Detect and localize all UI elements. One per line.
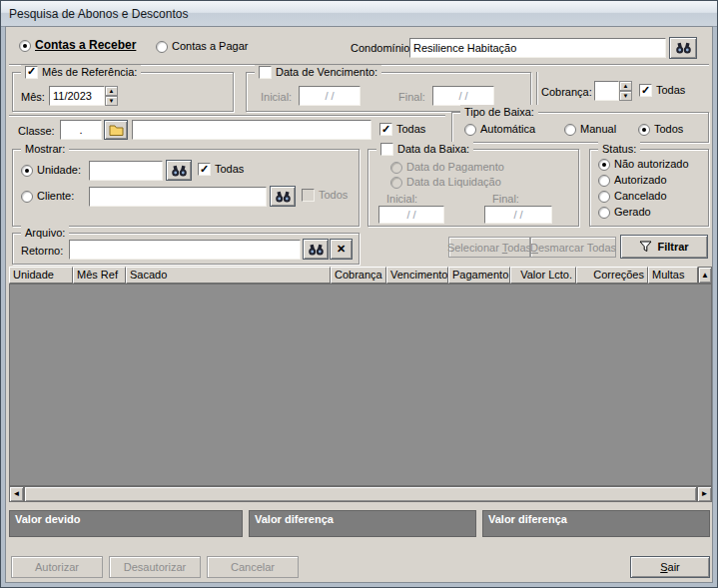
- unidade-input[interactable]: [89, 161, 163, 181]
- radio-indicator: [638, 124, 650, 136]
- cliente-todos-checkbox: Todos: [302, 189, 348, 202]
- retorno-input[interactable]: [69, 240, 301, 260]
- radio-indicator: [21, 191, 33, 203]
- condominio-search-button[interactable]: [669, 37, 697, 59]
- retorno-clear-button[interactable]: ✕: [330, 239, 353, 260]
- valor-devido-panel: Valor devido: [9, 510, 243, 537]
- mes-referencia-group: ✓ Mês de Referência: Mês: ▲ ▼: [12, 72, 234, 112]
- binoculars-icon: [171, 165, 188, 177]
- contas-a-pagar-label: Contas a Pagar: [172, 40, 248, 53]
- horizontal-scrollbar[interactable]: ◄ ►: [9, 486, 712, 502]
- column-header-cobranca[interactable]: Cobrança: [331, 267, 386, 284]
- arquivo-title: Arquivo:: [25, 227, 65, 240]
- data-liquidacao-label: Data da Liquidação: [406, 176, 501, 189]
- scroll-left-button[interactable]: ◄: [9, 486, 24, 502]
- valor-diferenca-panel-1: Valor diferença: [249, 510, 476, 537]
- classe-label: Classe:: [18, 125, 55, 138]
- column-header-valor-lcto[interactable]: Valor Lcto.: [510, 267, 576, 284]
- baixa-final-input[interactable]: [484, 206, 552, 224]
- column-header-unidade[interactable]: Unidade: [9, 267, 73, 284]
- cancelar-label: Cancelar: [231, 561, 275, 573]
- unidade-radio[interactable]: Unidade:: [21, 164, 81, 177]
- cancelar-button: Cancelar: [207, 556, 299, 578]
- data-pagamento-label: Data do Pagamento: [406, 161, 504, 174]
- spin-down-icon[interactable]: ▼: [619, 91, 632, 101]
- condominio-label: Condomínio:: [351, 42, 412, 55]
- cliente-search-button[interactable]: [270, 186, 296, 207]
- classe-code-input[interactable]: [60, 120, 102, 140]
- column-header-mes-ref[interactable]: Mês Ref: [73, 267, 126, 284]
- arrow-up-icon: ▲: [701, 272, 709, 280]
- status-cancelado-radio[interactable]: Cancelado: [598, 190, 667, 203]
- contas-a-receber-radio[interactable]: Contas a Receber: [19, 39, 136, 52]
- arrow-left-icon: ◄: [13, 490, 21, 498]
- data-liquidacao-radio: Data da Liquidação: [390, 176, 501, 189]
- automatica-label: Automática: [480, 123, 535, 136]
- autorizar-label: Autorizar: [35, 561, 79, 573]
- condominio-input[interactable]: [409, 38, 666, 58]
- contas-a-pagar-radio[interactable]: Contas a Pagar: [156, 40, 248, 53]
- cliente-input[interactable]: [89, 187, 267, 207]
- dialog-client-area: Contas a Receber Contas a Pagar Condomín…: [5, 26, 713, 583]
- spin-up-icon[interactable]: ▲: [619, 81, 632, 91]
- scroll-right-button[interactable]: ►: [697, 486, 712, 502]
- tipo-baixa-todos-radio[interactable]: Todos: [638, 123, 683, 136]
- tipo-baixa-automatica-radio[interactable]: Automática: [464, 123, 535, 136]
- spin-up-icon[interactable]: ▲: [105, 86, 118, 96]
- data-baixa-checkbox[interactable]: [380, 143, 393, 156]
- binoculars-icon: [275, 191, 292, 203]
- mes-referencia-checkbox[interactable]: ✓: [25, 66, 38, 79]
- classe-todas-checkbox[interactable]: ✓ Todas: [379, 123, 425, 136]
- dialog-window: Pesquisa de Abonos e Descontos Contas a …: [0, 0, 718, 588]
- checkbox-indicator: ✓: [379, 123, 392, 136]
- filtrar-label: Filtrar: [657, 241, 688, 253]
- cobranca-todas-checkbox[interactable]: ✓ Todas: [639, 84, 685, 97]
- scrollbar-thumb[interactable]: [24, 486, 697, 502]
- data-vencimento-checkbox[interactable]: [259, 66, 272, 79]
- column-header-vencimento[interactable]: Vencimento: [386, 267, 448, 284]
- binoculars-icon: [308, 244, 325, 256]
- status-nao-autorizado-radio[interactable]: Não autorizado: [598, 158, 689, 171]
- clear-icon: ✕: [337, 243, 346, 256]
- spin-down-icon[interactable]: ▼: [105, 96, 118, 106]
- radio-indicator: [464, 124, 476, 136]
- check-icon: ✓: [641, 85, 650, 96]
- mes-spinner[interactable]: ▲ ▼: [105, 86, 118, 106]
- column-header-correcoes[interactable]: Correções: [576, 267, 648, 284]
- unidade-search-button[interactable]: [166, 160, 192, 181]
- column-header-pagamento[interactable]: Pagamento: [448, 267, 510, 284]
- cobranca-input[interactable]: [594, 81, 619, 101]
- separator: [9, 115, 445, 117]
- column-header-sacado[interactable]: Sacado: [126, 267, 331, 284]
- scroll-up-button[interactable]: ▲: [698, 267, 712, 284]
- tipo-baixa-manual-radio[interactable]: Manual: [564, 123, 616, 136]
- cliente-radio[interactable]: Cliente:: [21, 190, 74, 203]
- classe-nome-input[interactable]: [132, 120, 371, 140]
- column-header-multas[interactable]: Multas: [648, 267, 698, 284]
- results-grid[interactable]: [9, 284, 712, 486]
- status-option-label: Não autorizado: [614, 158, 689, 171]
- classe-browse-button[interactable]: [104, 120, 128, 140]
- cliente-label: Cliente:: [37, 190, 74, 203]
- sair-button[interactable]: Sair: [630, 556, 710, 578]
- unidade-todas-checkbox[interactable]: ✓ Todas: [198, 163, 244, 176]
- valor-diferenca-panel-2: Valor diferença: [482, 510, 710, 537]
- baixa-inicial-input[interactable]: [378, 206, 444, 224]
- autorizar-button: Autorizar: [11, 556, 103, 578]
- status-autorizado-radio[interactable]: Autorizado: [598, 174, 667, 187]
- vencimento-final-input[interactable]: [432, 86, 494, 106]
- cobranca-spinner[interactable]: ▲ ▼: [619, 81, 632, 101]
- filtrar-button[interactable]: Filtrar: [620, 235, 708, 259]
- mostrar-title: Mostrar:: [25, 143, 65, 156]
- retorno-search-button[interactable]: [303, 239, 329, 260]
- desautorizar-label: Desautorizar: [124, 561, 186, 573]
- vencimento-inicial-label: Inicial:: [261, 91, 292, 104]
- radio-indicator: [598, 191, 610, 203]
- checkbox-indicator: ✓: [198, 163, 211, 176]
- status-gerado-radio[interactable]: Gerado: [598, 206, 651, 219]
- classe-todas-label: Todas: [396, 123, 425, 136]
- status-option-label: Gerado: [614, 206, 651, 219]
- mes-input[interactable]: [49, 86, 105, 106]
- vencimento-inicial-input[interactable]: [299, 86, 360, 106]
- unidade-label: Unidade:: [37, 164, 81, 177]
